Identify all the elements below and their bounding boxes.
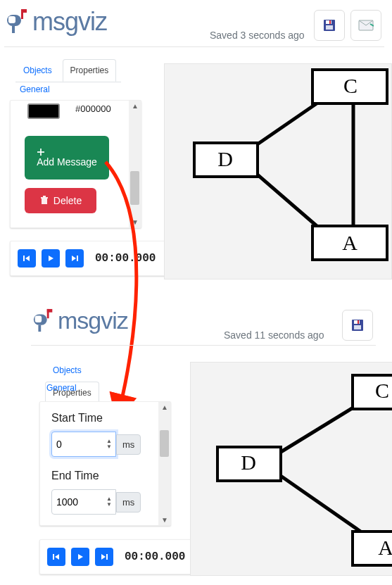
logo-text: msgviz [32, 7, 107, 37]
tab-objects-bottom[interactable]: Objects [45, 359, 89, 382]
node-c-label: C [375, 379, 389, 402]
node-c-label: C [343, 74, 358, 97]
logo-bottom: msgviz [31, 307, 128, 334]
scrollbar-thumb[interactable] [160, 430, 169, 457]
svg-rect-12 [42, 199, 47, 204]
play-button[interactable] [71, 548, 89, 566]
tab-objects[interactable]: Objects [15, 59, 60, 82]
scrollbar-thumb[interactable] [130, 171, 139, 205]
trash-icon [39, 196, 49, 206]
scroll-up-icon[interactable]: ▲ [161, 403, 168, 411]
svg-rect-35 [354, 325, 361, 329]
email-button[interactable] [350, 10, 381, 41]
start-time-label: Start Time [51, 412, 103, 424]
svg-rect-19 [77, 256, 78, 261]
svg-rect-7 [329, 20, 331, 24]
play-icon [47, 255, 54, 262]
save-button-bottom[interactable] [342, 310, 373, 341]
graph-canvas[interactable]: D C A [164, 63, 392, 279]
scroll-up-icon[interactable]: ▲ [132, 102, 139, 110]
end-time-label: End Time [51, 470, 99, 482]
play-button[interactable] [42, 249, 60, 268]
skip-back-button[interactable] [47, 548, 65, 566]
stepper-arrows[interactable]: ▲▼ [103, 439, 115, 450]
color-value: #000000 [75, 103, 111, 114]
svg-rect-31 [38, 325, 41, 331]
stepper-arrows[interactable]: ▲▼ [103, 496, 115, 508]
svg-marker-38 [78, 554, 83, 560]
skip-forward-icon [71, 255, 78, 262]
mailbox-icon [31, 308, 56, 334]
mailbox-icon [4, 8, 31, 36]
sub-tab-general[interactable]: General [20, 84, 50, 94]
svg-marker-16 [25, 256, 30, 261]
svg-rect-30 [47, 308, 53, 312]
play-icon [77, 553, 84, 560]
color-swatch[interactable] [27, 103, 60, 119]
add-message-button[interactable]: Add Message [25, 136, 109, 180]
delete-button[interactable]: Delete [25, 188, 96, 213]
svg-rect-8 [326, 25, 333, 30]
svg-rect-4 [12, 26, 15, 33]
time-display: 00:00.000 [95, 252, 156, 265]
floppy-disk-icon [322, 18, 336, 32]
node-d-label: D [241, 451, 256, 474]
start-time-input[interactable]: ▲▼ [51, 432, 116, 457]
save-button[interactable] [314, 10, 345, 41]
skip-forward-icon [101, 553, 108, 560]
unit-label: ms [116, 492, 141, 512]
saved-status-bottom: Saved 11 seconds ago [224, 329, 324, 341]
node-a-label: A [342, 231, 358, 254]
svg-rect-36 [53, 554, 54, 560]
svg-marker-18 [72, 256, 76, 261]
time-display-bottom: 00:00.000 [125, 551, 185, 563]
end-time-input[interactable]: ▲▼ [51, 489, 116, 515]
sub-tab-general-bottom[interactable]: General [46, 383, 77, 393]
plus-icon [37, 148, 45, 156]
scroll-down-icon[interactable]: ▼ [132, 218, 139, 226]
tab-properties[interactable]: Properties [63, 59, 117, 82]
graph-canvas-bottom[interactable]: D C A [190, 362, 392, 576]
svg-rect-40 [106, 554, 108, 560]
envelope-icon [358, 20, 374, 31]
skip-back-icon [53, 553, 60, 560]
svg-rect-1 [8, 16, 15, 23]
svg-rect-34 [358, 320, 359, 324]
skip-back-icon [23, 255, 30, 262]
svg-rect-14 [43, 196, 46, 197]
scroll-down-icon[interactable]: ▼ [161, 516, 168, 524]
svg-rect-15 [23, 256, 25, 261]
svg-rect-13 [41, 197, 48, 199]
saved-status: Saved 3 seconds ago [210, 30, 305, 41]
skip-back-button[interactable] [18, 249, 36, 268]
floppy-disk-icon [350, 318, 365, 332]
logo-text-bottom: msgviz [58, 307, 128, 334]
skip-forward-button[interactable] [95, 548, 113, 566]
node-d-label: D [217, 147, 233, 170]
node-a-label: A [378, 536, 392, 559]
unit-label: ms [116, 434, 141, 455]
svg-rect-3 [21, 9, 27, 13]
svg-marker-39 [101, 554, 106, 560]
svg-marker-17 [49, 256, 53, 261]
skip-forward-button[interactable] [65, 249, 84, 268]
svg-rect-28 [35, 315, 42, 322]
svg-marker-37 [55, 554, 59, 560]
svg-rect-11 [37, 151, 44, 153]
